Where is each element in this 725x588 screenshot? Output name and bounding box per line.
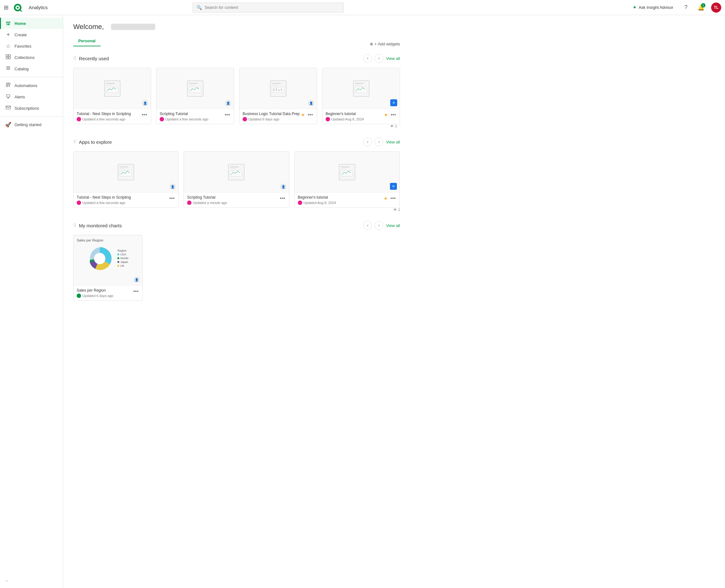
monitored-charts-header: ⠿ My monitored charts ‹ › View all: [73, 221, 400, 230]
sidebar-item-catalog-label: Catalog: [15, 66, 29, 71]
welcome-name-placeholder: [111, 24, 155, 30]
recently-used-view-all-button[interactable]: View all: [386, 56, 400, 61]
card-star-button[interactable]: ★: [383, 195, 388, 202]
card-more-button[interactable]: •••: [390, 195, 396, 202]
svg-rect-16: [6, 85, 8, 87]
card-meta: Updated Aug 8, 2024: [326, 117, 383, 121]
svg-rect-8: [8, 55, 11, 57]
pie-legend: Region USA Nordic: [117, 249, 128, 268]
sidebar-item-favorites[interactable]: ☆ Favorites: [0, 41, 63, 52]
card-avatar: [77, 117, 81, 121]
card-star-button[interactable]: ★: [383, 112, 389, 118]
apps-to-explore-view-all-button[interactable]: View all: [386, 140, 400, 144]
card-thumbnail: 👤: [184, 152, 289, 193]
svg-rect-12: [6, 68, 10, 68]
monitored-charts-actions: ‹ › View all: [363, 221, 400, 230]
card-info: Tutorial - Next Steps in Scripting Updat…: [77, 112, 141, 121]
sidebar-item-home[interactable]: Home: [0, 18, 63, 29]
card-more-button[interactable]: •••: [169, 195, 176, 202]
sidebar: Home + Create ☆ Favorites Collections Ca…: [0, 15, 63, 588]
sidebar-item-automations[interactable]: Automations: [0, 80, 63, 91]
monitored-charts-view-all-button[interactable]: View all: [386, 223, 400, 228]
svg-rect-40: [355, 83, 364, 84]
sidebar-item-catalog[interactable]: Catalog: [0, 63, 63, 75]
card-meta: Updated 6 days ago: [77, 294, 133, 298]
card-badge: 👤: [134, 276, 140, 283]
card-thumbnail: ⚙: [322, 68, 400, 109]
card-title: Sales per Region: [77, 288, 133, 293]
collections-icon: [5, 54, 12, 61]
views-count: 1: [398, 208, 400, 212]
sidebar-item-collections[interactable]: Collections: [0, 52, 63, 63]
add-widgets-button[interactable]: ⊕ + Add widgets: [370, 42, 400, 46]
card-title: Scripting Tutorial: [160, 112, 224, 116]
svg-rect-15: [8, 83, 10, 84]
catalog-icon: [5, 66, 12, 72]
card-more-button[interactable]: •••: [390, 112, 397, 118]
drag-handle-icon: ⠿: [73, 223, 76, 228]
apps-to-explore-header: ⠿ Apps to explore ‹ › View all: [73, 138, 400, 146]
card-avatar: [160, 117, 164, 121]
app-icon: [338, 163, 357, 182]
help-button[interactable]: ?: [681, 2, 691, 13]
card-badge: 👤: [308, 100, 314, 106]
search-input[interactable]: [204, 5, 340, 10]
sidebar-item-alerts[interactable]: Alerts: [0, 91, 63, 103]
card-more-button[interactable]: •••: [141, 112, 148, 118]
svg-rect-13: [6, 69, 10, 70]
apps-to-explore-title: ⠿ Apps to explore: [73, 139, 112, 145]
svg-point-2: [17, 7, 19, 8]
card-avatar: [187, 201, 192, 205]
monitored-charts-title: ⠿ My monitored charts: [73, 223, 122, 228]
card-more-button[interactable]: •••: [307, 112, 314, 118]
svg-rect-29: [189, 85, 195, 85]
card-info: Business Logic Tutorial Data Prep Update…: [243, 112, 300, 121]
recently-used-next-button[interactable]: ›: [375, 54, 383, 63]
card-updated: Updated Aug 8, 2024: [303, 201, 336, 205]
avatar[interactable]: TL: [711, 2, 721, 13]
insight-advisor-button[interactable]: ✦ Ask Insight Advisor: [630, 3, 676, 12]
notification-button[interactable]: 🔔 1: [696, 2, 706, 13]
card-more-button[interactable]: •••: [224, 112, 230, 118]
card-actions: •••: [279, 195, 286, 202]
favorites-icon: ☆: [5, 43, 12, 49]
recently-used-prev-button[interactable]: ‹: [363, 54, 372, 63]
svg-rect-35: [273, 89, 275, 91]
card-actions: •••: [141, 112, 148, 118]
card-info: Scripting Tutorial Updated a few seconds…: [160, 112, 224, 121]
sidebar-item-getting-started[interactable]: 🚀 Getting started: [0, 119, 63, 130]
sidebar-item-subscriptions[interactable]: Subscriptions: [0, 103, 63, 114]
apps-to-explore-prev-button[interactable]: ‹: [363, 138, 372, 146]
subscriptions-icon: [5, 105, 12, 111]
sidebar-item-create[interactable]: + Create: [0, 29, 63, 41]
card-star-button[interactable]: ★: [300, 112, 306, 118]
card-info: Beginner's tutorial Updated Aug 8, 2024: [298, 195, 383, 205]
card-meta: Updated a few seconds ago: [77, 201, 169, 205]
card-title: Scripting Tutorial: [187, 195, 279, 200]
sidebar-item-collections-label: Collections: [15, 55, 35, 60]
card-info: Sales per Region Updated 6 days ago: [77, 288, 133, 298]
insight-advisor-icon: ✦: [632, 4, 637, 10]
tab-personal[interactable]: Personal: [73, 36, 101, 46]
notification-badge: 1: [701, 3, 705, 7]
welcome-text: Welcome,: [73, 23, 104, 31]
card-footer: Beginner's tutorial Updated Aug 8, 2024 …: [322, 109, 400, 124]
svg-rect-38: [281, 88, 282, 91]
card-title: Business Logic Tutorial Data Prep: [243, 112, 300, 116]
card-avatar: [77, 201, 81, 205]
card-footer: Scripting Tutorial Updated a few seconds…: [157, 109, 234, 124]
sidebar-collapse-button[interactable]: ←: [0, 576, 63, 586]
card-more-button[interactable]: •••: [133, 288, 139, 294]
card-thumbnail: 👤: [74, 152, 178, 193]
card-more-button[interactable]: •••: [279, 195, 286, 202]
card-meta: Updated 6 days ago: [243, 117, 300, 121]
monitored-charts-prev-button[interactable]: ‹: [363, 221, 372, 230]
monitored-charts-next-button[interactable]: ›: [375, 221, 383, 230]
grid-icon[interactable]: ⊞: [4, 4, 8, 11]
card-actions: •••: [169, 195, 176, 202]
svg-rect-28: [189, 83, 198, 84]
legend-item-usa: USA: [117, 253, 128, 256]
apps-to-explore-next-button[interactable]: ›: [375, 138, 383, 146]
card-updated: Updated a few seconds ago: [82, 117, 125, 121]
svg-rect-50: [230, 171, 242, 176]
